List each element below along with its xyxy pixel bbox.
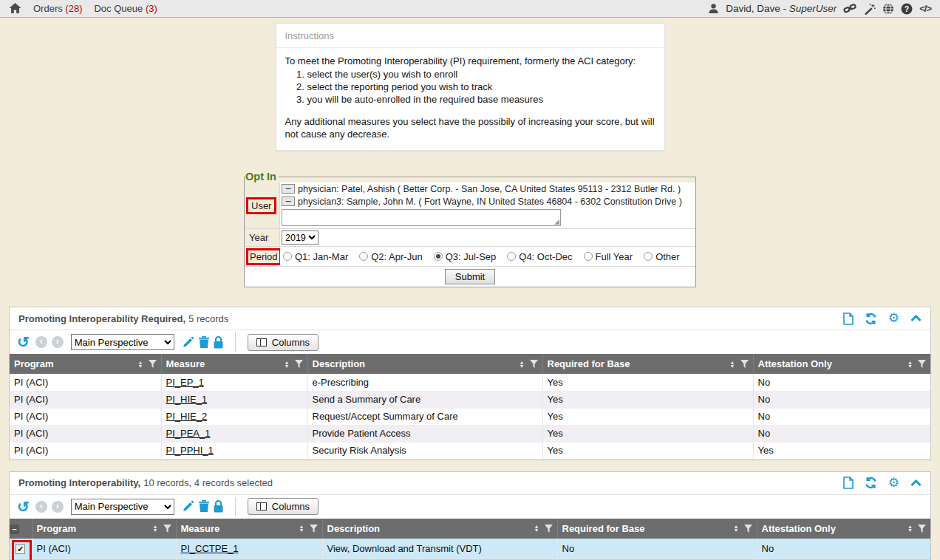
radio-q4[interactable]: Q4: Oct-Dec (507, 251, 572, 262)
code-icon[interactable]: </> (919, 3, 931, 14)
measure-link[interactable]: PI_PPHI_1 (166, 445, 214, 456)
new-document-icon[interactable] (843, 477, 854, 489)
user-role: SuperUser (789, 3, 837, 14)
col-header-program[interactable]: Program▲▼ (32, 519, 176, 539)
radio-q2[interactable]: Q2: Apr-Jun (359, 251, 422, 262)
col-header-measure[interactable]: Measure▲▼ (161, 354, 307, 374)
col-header-attestation[interactable]: Attestation Only▲▼ (757, 519, 930, 539)
cell-measure: PI_PPHI_1 (161, 442, 307, 459)
toolbar-separator (235, 497, 236, 516)
radio-circle[interactable] (584, 252, 593, 261)
next-perspective-icon[interactable]: › (52, 501, 64, 513)
pi-optional-panel: Promoting Interoperability, 10 records, … (9, 471, 931, 560)
select-all-checkbox[interactable] (10, 525, 19, 534)
refresh-icon[interactable] (865, 313, 877, 325)
col-header-description[interactable]: Description▲▼ (307, 354, 542, 374)
columns-button[interactable]: Columns (248, 334, 319, 351)
link-icon[interactable] (843, 3, 856, 14)
user-name: David, Dave - (726, 3, 789, 14)
radio-full-year[interactable]: Full Year (584, 251, 633, 262)
delete-trash-icon[interactable] (199, 500, 209, 513)
sort-icon[interactable]: ▲▼ (734, 525, 739, 532)
sort-icon[interactable]: ▲▼ (520, 361, 525, 368)
year-select[interactable]: 2019 (282, 231, 319, 245)
globe-icon[interactable] (882, 3, 894, 15)
perspective-select[interactable]: Main Perspective (71, 499, 174, 515)
header-row: Program▲▼ Measure▲▼ Description▲▼ Requir… (10, 354, 930, 374)
col-header-measure[interactable]: Measure▲▼ (176, 519, 322, 539)
perspective-select[interactable]: Main Perspective (71, 334, 174, 350)
remove-user-button[interactable]: – (282, 197, 295, 206)
table-row[interactable]: PI (ACI)PI_PEA_1Provide Patient AccessYe… (10, 425, 930, 442)
prev-perspective-icon[interactable]: ‹ (35, 336, 47, 348)
collapse-icon[interactable] (910, 479, 922, 487)
measure-link[interactable]: PI_EP_1 (166, 377, 204, 388)
radio-circle-selected[interactable] (434, 252, 443, 261)
table-row[interactable]: PI (ACI)PI_EP_1e-PrescribingYesNo (10, 374, 930, 391)
pi-required-toolbar: ↺ ‹ › Main Perspective Columns (10, 329, 930, 354)
gear-icon[interactable]: ⚙ (888, 313, 899, 324)
edit-pencil-icon[interactable] (182, 500, 194, 513)
refresh-icon[interactable] (865, 477, 877, 489)
radio-circle[interactable] (283, 252, 292, 261)
measure-link[interactable]: PI_CCTPE_1 (181, 543, 239, 554)
col-header-required[interactable]: Required for Base▲▼ (542, 354, 753, 374)
nav-doc-queue[interactable]: Doc Queue (3) (94, 3, 157, 14)
nav-orders[interactable]: Orders (28) (33, 3, 82, 14)
collapse-icon[interactable] (910, 315, 922, 322)
gear-icon[interactable]: ⚙ (888, 477, 899, 489)
table-row[interactable]: PI (ACI)PI_HIE_2Request/Accept Summary o… (10, 408, 930, 425)
home-icon[interactable] (9, 3, 21, 14)
measure-link[interactable]: PI_PEA_1 (166, 428, 211, 439)
delete-trash-icon[interactable] (199, 336, 209, 349)
sort-icon[interactable]: ▲▼ (907, 361, 913, 368)
sort-icon[interactable]: ▲▼ (153, 525, 158, 532)
submit-button[interactable]: Submit (445, 269, 495, 284)
help-icon[interactable]: ? (901, 3, 913, 15)
cell-program: PI (ACI) (10, 408, 161, 425)
instructions-steps: select the user(s) you wish to enroll se… (307, 68, 655, 106)
col-header-required[interactable]: Required for Base▲▼ (557, 519, 757, 539)
measure-link[interactable]: PI_HIE_1 (166, 394, 208, 405)
radio-other[interactable]: Other (644, 251, 680, 262)
orders-count: (28) (65, 3, 82, 14)
select-all-header[interactable] (10, 519, 32, 539)
remove-user-button[interactable]: – (282, 184, 295, 194)
table-row-selected[interactable]: PI (ACI) PI_CCTPE_1 View, Download and T… (10, 539, 930, 559)
instructions-note: Any additional measures you select have … (285, 115, 655, 140)
radio-q3[interactable]: Q3: Jul-Sep (434, 251, 497, 262)
sort-icon[interactable]: ▲▼ (285, 361, 290, 368)
user-search-input[interactable] (282, 209, 561, 226)
sort-icon[interactable]: ▲▼ (534, 525, 539, 532)
sort-icon[interactable]: ▲▼ (907, 525, 913, 532)
radio-circle[interactable] (507, 252, 516, 261)
logged-in-user[interactable]: David, Dave - SuperUser (726, 3, 837, 14)
filter-icon (918, 360, 926, 368)
col-header-program[interactable]: Program▲▼ (10, 354, 161, 374)
selected-user-row: – physician3: Sample, John M. ( Fort Way… (280, 195, 695, 208)
lock-icon[interactable] (214, 500, 223, 513)
radio-circle[interactable] (359, 252, 368, 261)
edit-pencil-icon[interactable] (182, 336, 194, 349)
col-header-attestation[interactable]: Attestation Only▲▼ (753, 354, 930, 374)
sort-icon[interactable]: ▲▼ (730, 361, 735, 368)
table-row[interactable]: PI (ACI)PI_PPHI_1Security Risk AnalysisY… (10, 442, 930, 459)
row-checkbox-cell[interactable] (10, 539, 32, 559)
table-row[interactable]: PI (ACI)PI_HIE_1Send a Summary of CareYe… (10, 391, 930, 408)
col-header-description[interactable]: Description▲▼ (322, 519, 557, 539)
sort-icon[interactable]: ▲▼ (299, 525, 304, 532)
row-checkbox-checked[interactable] (16, 544, 25, 554)
columns-button[interactable]: Columns (248, 498, 319, 515)
lock-icon[interactable] (214, 336, 223, 349)
wand-icon[interactable] (863, 3, 876, 15)
new-document-icon[interactable] (843, 313, 854, 325)
undo-icon[interactable]: ↺ (17, 500, 30, 513)
sort-icon[interactable]: ▲▼ (138, 361, 143, 368)
next-perspective-icon[interactable]: › (52, 336, 64, 348)
undo-icon[interactable]: ↺ (17, 335, 30, 349)
radio-circle[interactable] (644, 252, 653, 261)
user-label-annotation: User (246, 197, 276, 214)
radio-q1[interactable]: Q1: Jan-Mar (283, 251, 348, 262)
prev-perspective-icon[interactable]: ‹ (35, 501, 47, 513)
measure-link[interactable]: PI_HIE_2 (166, 411, 208, 422)
